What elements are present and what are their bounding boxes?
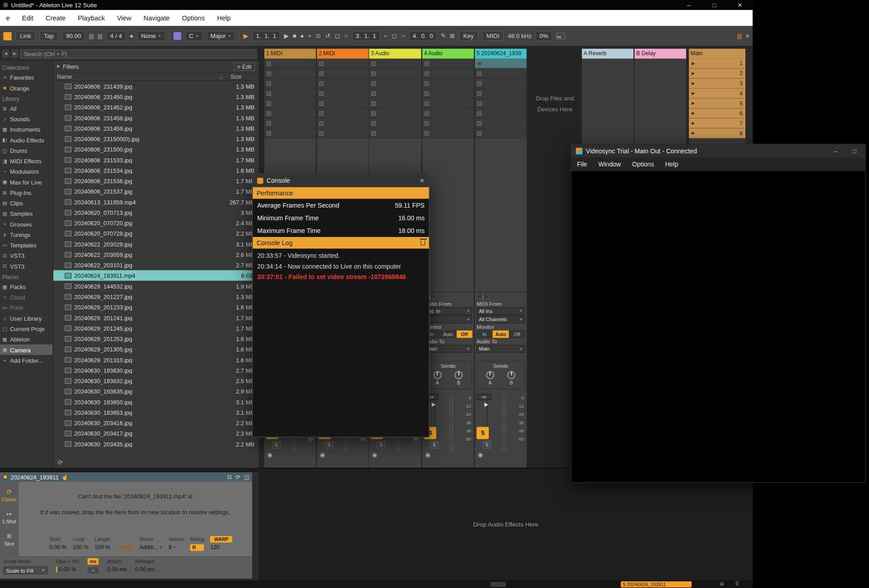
solo-button[interactable]: S bbox=[483, 441, 491, 449]
clip-slot[interactable] bbox=[264, 128, 316, 138]
clip-slot[interactable] bbox=[422, 119, 474, 128]
quantize-select[interactable]: None ▼ bbox=[137, 31, 165, 41]
menu-item-create[interactable]: Create bbox=[39, 14, 72, 22]
tab-classic[interactable]: ⟳Classic bbox=[1, 488, 17, 503]
scene-play-icon[interactable]: ▶ bbox=[692, 81, 695, 85]
scene-row[interactable]: ▶2 bbox=[689, 69, 745, 79]
sidebar-item-clips[interactable]: ▤Clips bbox=[0, 198, 53, 208]
sidebar-item-add-folder[interactable]: +Add Folder... bbox=[0, 355, 53, 365]
loop-toggle[interactable]: LOOP bbox=[117, 536, 134, 550]
input-channel-select[interactable]: 2▼ bbox=[424, 316, 473, 323]
videosync-minimize-button[interactable]: – bbox=[834, 148, 837, 155]
send-a-knob[interactable]: A bbox=[433, 371, 441, 385]
volume-fader[interactable] bbox=[477, 401, 500, 426]
close-button[interactable]: ✕ bbox=[727, 1, 753, 9]
stop-button[interactable]: ■ bbox=[292, 33, 296, 39]
clip-stop-button[interactable] bbox=[371, 81, 376, 85]
sidebar-item-orange[interactable]: ■Orange bbox=[0, 82, 53, 93]
expand-icon[interactable]: ▶ bbox=[57, 64, 60, 69]
link-button[interactable]: Link bbox=[15, 31, 35, 41]
tab-slice[interactable]: ≣Slice bbox=[4, 533, 14, 547]
file-row[interactable]: 20240629_201233.jpg1.6 MB bbox=[53, 302, 259, 312]
scene-play-icon[interactable]: ▶ bbox=[692, 101, 695, 105]
output-routing-select[interactable]: Main▼ bbox=[424, 345, 473, 353]
file-row[interactable]: 20240606_231536.jpg1.7 MB bbox=[53, 175, 259, 186]
sidebar-item-favorites[interactable]: ♥Favorites bbox=[0, 72, 53, 82]
clip-stop-button[interactable] bbox=[267, 121, 271, 125]
clip-slot[interactable] bbox=[317, 128, 368, 138]
file-row[interactable]: 20240630_193650.jpg3.1 MB bbox=[53, 396, 259, 407]
sidebar-item-vst3[interactable]: ⊡VST3 bbox=[0, 250, 53, 261]
file-row[interactable]: 20240606_231452.jpg1.3 MB bbox=[53, 102, 259, 112]
file-row[interactable]: 20240630_193635.jpg2.9 MB bbox=[53, 386, 259, 396]
sidebar-item-tunings[interactable]: ♯Tunings bbox=[0, 229, 53, 240]
clip-panel-icon[interactable]: ◫ bbox=[244, 474, 249, 480]
draw-mode-icon[interactable]: ✎ bbox=[441, 33, 446, 40]
key-map-button[interactable]: Key bbox=[459, 31, 478, 41]
clip-stop-button[interactable] bbox=[425, 121, 429, 125]
grid-dots-icon[interactable]: ⠿ bbox=[735, 581, 740, 587]
root-note-select[interactable]: C ▼ bbox=[185, 31, 203, 41]
clip-stop-button[interactable] bbox=[477, 81, 482, 85]
clip-stop-button[interactable] bbox=[267, 81, 271, 85]
filters-label[interactable]: Filters bbox=[63, 63, 79, 70]
sidebar-item-cloud[interactable]: ○Cloud bbox=[0, 292, 53, 302]
record-button[interactable]: ● bbox=[300, 33, 304, 39]
sidebar-item-packs[interactable]: ▦Packs bbox=[0, 281, 53, 292]
fader-handle-icon[interactable] bbox=[484, 403, 488, 407]
name-column-header[interactable]: Name bbox=[57, 73, 220, 79]
clip-slot[interactable] bbox=[475, 109, 526, 119]
clip-slot[interactable] bbox=[264, 109, 316, 119]
file-row[interactable]: 20240630_193630.jpg2.7 MB bbox=[53, 365, 259, 375]
track-activator-button[interactable]: 5 bbox=[477, 427, 489, 439]
clip-stop-button[interactable] bbox=[319, 131, 324, 135]
clip-stop-button[interactable] bbox=[477, 131, 482, 135]
clip-slot[interactable] bbox=[317, 109, 368, 119]
plus-icon[interactable]: ⊕ bbox=[719, 581, 724, 587]
return-track-header[interactable]: B Delay bbox=[635, 49, 686, 59]
file-row[interactable]: 20240629_201253.jpg1.6 MB bbox=[53, 333, 259, 344]
file-row[interactable]: 20240630_193632.jpg2.5 MB bbox=[53, 375, 259, 386]
re-enable-automation-icon[interactable]: ↺ bbox=[325, 33, 330, 40]
file-row[interactable]: 20240606_231458.jpg1.3 MB bbox=[53, 112, 259, 123]
warp-bpm[interactable]: 120 bbox=[210, 544, 232, 550]
clip-slot[interactable] bbox=[317, 59, 368, 69]
dragged-clip-badge[interactable]: 5 20240624_193911 bbox=[621, 581, 692, 587]
sidebar-item-push[interactable]: ▭Push bbox=[0, 302, 53, 313]
scene-play-icon[interactable]: ▶ bbox=[692, 71, 695, 76]
clip-stop-button[interactable] bbox=[425, 61, 429, 66]
send-b-knob[interactable]: B bbox=[507, 371, 516, 385]
pad-overview-icon[interactable]: ||| bbox=[737, 33, 742, 39]
clip-slot[interactable] bbox=[369, 99, 421, 109]
clip-stop-button[interactable] bbox=[477, 91, 482, 95]
clip-slot[interactable] bbox=[475, 59, 526, 69]
clip-stop-button[interactable] bbox=[319, 91, 324, 95]
file-row[interactable]: 20240622_203059.jpg2.6 MB bbox=[53, 249, 259, 260]
volume-value-box[interactable]: -∞ bbox=[477, 394, 491, 400]
clip-slot[interactable] bbox=[475, 79, 526, 89]
monitor-in-button[interactable]: In bbox=[477, 331, 492, 338]
clip-slot[interactable] bbox=[422, 89, 474, 99]
sidebar-item-audio-effects[interactable]: ◧Audio Effects bbox=[0, 134, 53, 145]
highlight-icon[interactable]: ⊞ bbox=[450, 33, 455, 40]
clip-link-icon[interactable]: ⊡ bbox=[227, 474, 232, 480]
videosync-menu-help[interactable]: Help bbox=[659, 161, 683, 168]
clip-stop-button[interactable] bbox=[267, 71, 271, 76]
videosync-maximize-button[interactable]: □ bbox=[853, 148, 856, 155]
monitor-off-button[interactable]: Off bbox=[509, 331, 525, 338]
clip-slot[interactable] bbox=[317, 79, 368, 89]
metronome-icon[interactable]: ||| bbox=[89, 33, 94, 39]
scene-row[interactable]: ▶5 bbox=[689, 99, 745, 109]
file-row[interactable]: 20240606_231450.jpg1.3 MB bbox=[53, 91, 259, 102]
clip-slot[interactable] bbox=[369, 69, 421, 79]
clip-slot[interactable] bbox=[422, 109, 474, 119]
scene-row[interactable]: ▶8 bbox=[689, 128, 745, 138]
clip-stop-button[interactable] bbox=[477, 121, 482, 125]
clip-slot[interactable] bbox=[422, 128, 474, 138]
menu-item-edit[interactable]: Edit bbox=[16, 14, 39, 22]
length-control[interactable]: Length 100 % bbox=[95, 536, 111, 550]
file-row[interactable]: 20240629_144532.jpg1.9 MB bbox=[53, 281, 259, 291]
solo-button[interactable]: S bbox=[272, 441, 280, 449]
device-drop-area[interactable]: Drop Audio Effects Here bbox=[259, 468, 753, 580]
sidebar-item-user-library[interactable]: ⌂User Library bbox=[0, 313, 53, 323]
